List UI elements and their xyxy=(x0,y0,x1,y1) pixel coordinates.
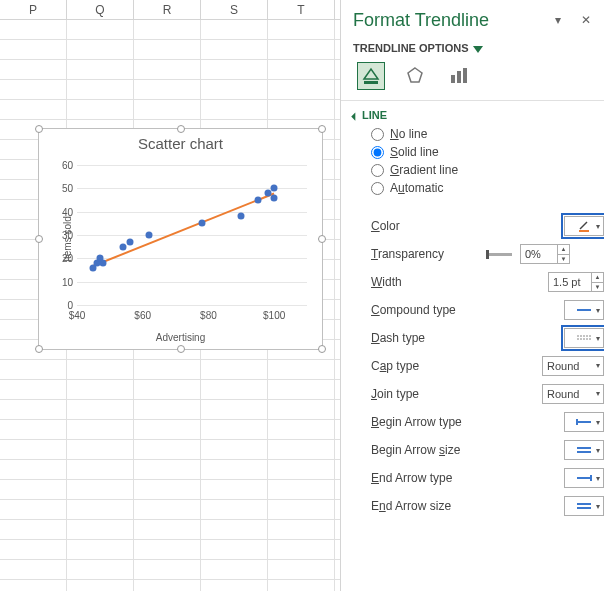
color-label: Color xyxy=(371,219,486,233)
radio-no-line[interactable]: No line xyxy=(371,127,604,141)
svg-rect-5 xyxy=(579,230,589,232)
begin-arrow-type-label: Begin Arrow type xyxy=(371,415,486,429)
resize-handle[interactable] xyxy=(177,125,185,133)
col-header[interactable]: Q xyxy=(67,0,134,19)
width-input[interactable]: 1.5 pt▲▼ xyxy=(548,272,604,292)
radio-gradient-line[interactable]: Gradient line xyxy=(371,163,604,177)
data-point[interactable] xyxy=(238,213,245,220)
plot-area[interactable]: 0102030405060$40$60$80$100 xyxy=(77,165,307,305)
embedded-chart[interactable]: Scatter chart Items sold Advertising 010… xyxy=(38,128,323,350)
width-label: Width xyxy=(371,275,486,289)
compound-type-button[interactable] xyxy=(564,300,604,320)
resize-handle[interactable] xyxy=(35,125,43,133)
begin-arrow-size-label: Begin Arrow size xyxy=(371,443,486,457)
transparency-input[interactable]: 0%▲▼ xyxy=(520,244,570,264)
data-point[interactable] xyxy=(198,220,205,227)
resize-handle[interactable] xyxy=(318,345,326,353)
col-header[interactable]: S xyxy=(201,0,268,19)
data-point[interactable] xyxy=(146,232,153,239)
resize-handle[interactable] xyxy=(318,125,326,133)
trendline[interactable] xyxy=(93,193,274,267)
dash-type-label: Dash type xyxy=(371,331,486,345)
end-arrow-size-button[interactable] xyxy=(564,496,604,516)
begin-arrow-type-button[interactable] xyxy=(564,412,604,432)
begin-arrow-size-button[interactable] xyxy=(564,440,604,460)
end-arrow-size-label: End Arrow size xyxy=(371,499,486,513)
transparency-label: Transparency xyxy=(371,247,486,261)
col-header[interactable]: R xyxy=(134,0,201,19)
resize-handle[interactable] xyxy=(35,345,43,353)
data-point[interactable] xyxy=(271,185,278,192)
svg-rect-4 xyxy=(463,68,467,83)
spreadsheet-area[interactable]: P Q R S T Scatter chart Items sold Adver… xyxy=(0,0,341,591)
radio-automatic[interactable]: Automatic xyxy=(371,181,604,195)
col-header[interactable]: T xyxy=(268,0,335,19)
svg-rect-0 xyxy=(364,81,378,84)
compound-type-label: Compound type xyxy=(371,303,486,317)
column-headers: P Q R S T xyxy=(0,0,340,20)
color-picker-button[interactable] xyxy=(564,216,604,236)
cap-type-label: Cap type xyxy=(371,359,486,373)
transparency-slider[interactable] xyxy=(486,248,514,260)
trendline-options-tab-icon[interactable] xyxy=(445,62,473,90)
pane-title: Format Trendline xyxy=(353,10,548,31)
chevron-down-icon xyxy=(473,46,483,53)
svg-marker-1 xyxy=(408,68,422,82)
svg-rect-2 xyxy=(451,75,455,83)
svg-rect-3 xyxy=(457,71,461,83)
options-dropdown[interactable]: Trendline Options xyxy=(353,42,604,54)
data-point[interactable] xyxy=(271,194,278,201)
data-point[interactable] xyxy=(254,197,261,204)
format-trendline-pane: Format Trendline ▾ ✕ Trendline Options L… xyxy=(341,0,604,591)
data-point[interactable] xyxy=(126,239,133,246)
resize-handle[interactable] xyxy=(318,235,326,243)
radio-solid-line[interactable]: Solid line xyxy=(371,145,604,159)
resize-handle[interactable] xyxy=(35,235,43,243)
line-section-header[interactable]: Line xyxy=(353,109,604,121)
resize-handle[interactable] xyxy=(177,345,185,353)
data-point[interactable] xyxy=(100,260,107,267)
task-pane-options-icon[interactable]: ▾ xyxy=(548,10,568,30)
col-header[interactable]: P xyxy=(0,0,67,19)
fill-line-tab-icon[interactable] xyxy=(357,62,385,90)
close-icon[interactable]: ✕ xyxy=(576,10,596,30)
cap-type-select[interactable]: Round xyxy=(542,356,604,376)
join-type-select[interactable]: Round xyxy=(542,384,604,404)
end-arrow-type-label: End Arrow type xyxy=(371,471,486,485)
end-arrow-type-button[interactable] xyxy=(564,468,604,488)
x-axis-label[interactable]: Advertising xyxy=(39,332,322,343)
join-type-label: Join type xyxy=(371,387,486,401)
effects-tab-icon[interactable] xyxy=(401,62,429,90)
dash-type-button[interactable] xyxy=(564,328,604,348)
data-point[interactable] xyxy=(120,243,127,250)
